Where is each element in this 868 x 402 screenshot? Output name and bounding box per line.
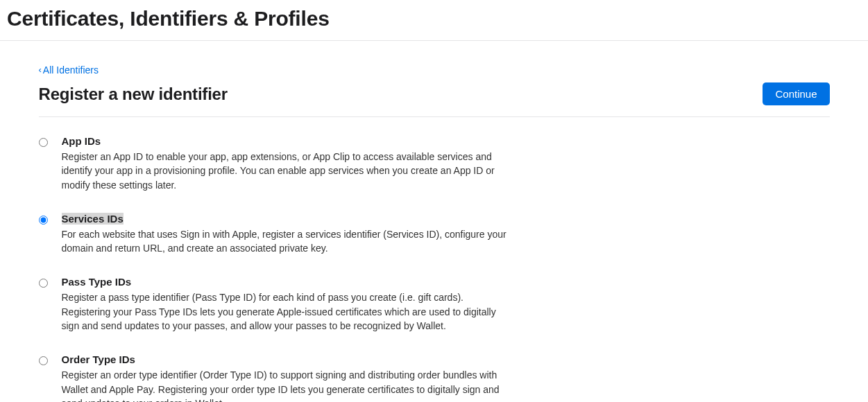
option-order-type-ids: Order Type IDsRegister an order type ide… bbox=[39, 353, 830, 402]
option-body: App IDsRegister an App ID to enable your… bbox=[62, 135, 509, 192]
option-desc: Register an order type identifier (Order… bbox=[62, 368, 509, 402]
option-body: Order Type IDsRegister an order type ide… bbox=[62, 353, 509, 402]
option-desc: Register an App ID to enable your app, a… bbox=[62, 150, 509, 192]
breadcrumb-label: All Identifiers bbox=[43, 64, 99, 76]
option-app-ids: App IDsRegister an App ID to enable your… bbox=[39, 135, 830, 192]
option-desc: For each website that uses Sign in with … bbox=[62, 227, 509, 256]
all-identifiers-link[interactable]: ‹ All Identifiers bbox=[39, 64, 99, 76]
option-title: Services IDs bbox=[62, 213, 509, 225]
radio-app-ids[interactable] bbox=[39, 138, 48, 147]
identifier-options-list: App IDsRegister an App ID to enable your… bbox=[39, 135, 830, 402]
option-title: Order Type IDs bbox=[62, 353, 509, 365]
option-title: App IDs bbox=[62, 135, 509, 147]
page-title: Certificates, Identifiers & Profiles bbox=[7, 7, 861, 30]
option-body: Services IDsFor each website that uses S… bbox=[62, 213, 509, 256]
option-pass-type-ids: Pass Type IDsRegister a pass type identi… bbox=[39, 276, 830, 333]
section-title: Register a new identifier bbox=[39, 85, 228, 104]
option-services-ids: Services IDsFor each website that uses S… bbox=[39, 213, 830, 256]
option-desc: Register a pass type identifier (Pass Ty… bbox=[62, 290, 509, 333]
breadcrumb: ‹ All Identifiers bbox=[39, 63, 830, 76]
continue-button[interactable]: Continue bbox=[763, 82, 829, 105]
option-title: Pass Type IDs bbox=[62, 276, 509, 288]
radio-order-type-ids[interactable] bbox=[39, 356, 48, 365]
radio-services-ids[interactable] bbox=[39, 216, 48, 225]
chevron-left-icon: ‹ bbox=[39, 64, 42, 75]
radio-pass-type-ids[interactable] bbox=[39, 279, 48, 288]
option-body: Pass Type IDsRegister a pass type identi… bbox=[62, 276, 509, 333]
